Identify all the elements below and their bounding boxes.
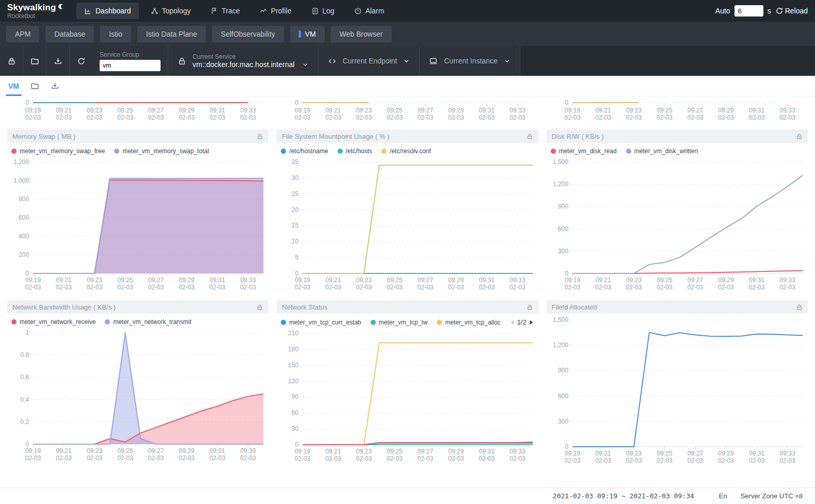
tab-istio[interactable]: Istio	[100, 26, 131, 42]
x-tick-date: 02-03	[295, 114, 311, 121]
legend-item[interactable]: meter_vm_memory_swap_free	[11, 148, 105, 155]
lock-icon[interactable]	[796, 304, 803, 311]
logo[interactable]: Skywalking Rocketbot	[7, 3, 70, 20]
x-tick-date: 02-03	[718, 457, 734, 464]
x-tick-date: 02-03	[295, 284, 311, 291]
x-tick-date: 02-03	[179, 284, 195, 291]
x-tick-date: 02-03	[240, 454, 256, 462]
tab-apm[interactable]: APM	[6, 26, 39, 42]
tab-selfobservability[interactable]: SelfObservability	[212, 26, 284, 42]
folder-button[interactable]	[23, 46, 46, 76]
dashboard-icon	[84, 7, 92, 15]
legend-next-icon[interactable]	[529, 319, 534, 326]
tab-database[interactable]: Database	[45, 26, 94, 42]
nav-item-topology[interactable]: Topology	[143, 3, 199, 19]
series-line	[572, 175, 803, 273]
language-toggle[interactable]: En	[719, 492, 727, 500]
refresh-button[interactable]	[70, 46, 92, 76]
x-tick-label: 09:33	[241, 107, 256, 114]
legend-item[interactable]: meter_vm_disk_written	[626, 148, 698, 155]
x-tick-label: 09:33	[510, 448, 525, 455]
x-tick-label: 09:25	[657, 107, 672, 114]
auto-interval-input[interactable]	[734, 5, 763, 17]
chart-panel: Network Bandwidth Usage ( KB/s )meter_vm…	[7, 300, 268, 466]
legend-item[interactable]: meter_vm_network_transmit	[105, 318, 191, 326]
y-tick-label: 90	[292, 393, 299, 400]
legend-item[interactable]: /etc/hostname	[281, 148, 328, 155]
nav-label: Dashboard	[95, 7, 131, 15]
export-button[interactable]	[46, 46, 69, 76]
y-tick-label: 60	[292, 409, 299, 416]
nav-item-trace[interactable]: Trace	[203, 3, 248, 19]
y-tick-label: 180	[288, 346, 298, 353]
nav-item-alarm[interactable]: Alarm	[346, 3, 392, 19]
legend-item[interactable]: meter_vm_network_receive	[11, 318, 95, 326]
x-tick-date: 02-03	[25, 454, 41, 462]
legend-dot	[105, 319, 110, 324]
chart-title: Filefd Allocated	[552, 303, 597, 311]
nav-item-dashboard[interactable]: Dashboard	[76, 3, 139, 19]
x-tick-label: 09:25	[657, 277, 672, 284]
lock-icon[interactable]	[257, 133, 263, 140]
y-tick-label: 1	[25, 329, 29, 336]
lock-icon[interactable]	[796, 133, 803, 140]
time-range-picker[interactable]: 2021-02-03 09:19 ~ 2021-02-03 09:34	[553, 492, 694, 500]
tab-vm[interactable]: VM	[290, 26, 325, 42]
nav-item-log[interactable]: Log	[303, 3, 342, 19]
legend-item[interactable]: /etc/hosts	[338, 148, 372, 155]
x-tick-label: 09:19	[295, 107, 310, 114]
legend-item[interactable]: meter_vm_memory_swap_total	[114, 148, 209, 155]
tab-web-browser[interactable]: Web Browser	[331, 26, 392, 42]
code-brackets-icon	[328, 57, 337, 66]
legend-label: /etc/hostname	[289, 148, 328, 155]
legend-item[interactable]: meter_vm_tcp_tw	[371, 319, 428, 326]
x-tick-label: 09:21	[326, 448, 341, 455]
export-icon[interactable]	[51, 82, 59, 90]
chart-header: Memory Swap ( MB )	[7, 129, 268, 143]
folder-icon[interactable]	[30, 82, 39, 90]
x-tick-date: 02-03	[595, 284, 611, 291]
y-tick-label: 30	[292, 174, 299, 182]
cutoff-chart-plot: 009:1902-0309:2102-0309:2302-0309:2502-0…	[7, 99, 268, 122]
legend-label: meter_vm_network_transmit	[113, 318, 191, 326]
x-tick-date: 02-03	[25, 284, 41, 291]
x-tick-date: 02-03	[687, 114, 703, 121]
x-tick-date: 02-03	[148, 454, 164, 462]
current-service-select[interactable]: Current Service vm::docker.for.mac.host.…	[168, 46, 318, 76]
x-tick-label: 09:21	[56, 447, 72, 454]
x-tick-label: 09:19	[25, 277, 41, 284]
current-endpoint-select[interactable]: Current Endpoint	[318, 46, 420, 76]
nav-item-profile[interactable]: Profile	[252, 3, 299, 19]
current-instance-select[interactable]: Current Instance	[420, 46, 520, 76]
reload-button[interactable]: Reload	[775, 7, 808, 15]
reload-label: Reload	[785, 7, 808, 15]
lock-icon[interactable]	[526, 304, 533, 311]
legend-prev-icon[interactable]	[510, 319, 515, 326]
x-tick-label: 09:19	[25, 107, 41, 114]
chart-header: Network Bandwidth Usage ( KB/s )	[7, 300, 268, 314]
x-tick-date: 02-03	[479, 455, 495, 462]
y-tick-label: 600	[19, 214, 29, 221]
cutoff-chart-plot: 009:1902-0309:2102-0309:2302-0309:2502-0…	[547, 99, 808, 122]
x-tick-label: 09:27	[688, 277, 703, 284]
x-tick-label: 09:25	[387, 277, 403, 284]
x-tick-date: 02-03	[87, 284, 103, 291]
legend-dot	[371, 320, 376, 325]
active-tab-marker	[299, 30, 301, 38]
legend-item[interactable]: meter_vm_tcp_alloc	[437, 319, 500, 326]
lock-icon[interactable]	[526, 133, 533, 140]
server-zone[interactable]: Server Zone UTC +8	[741, 492, 803, 500]
x-tick-date: 02-03	[449, 284, 465, 291]
page-tab-vm[interactable]: VM	[8, 76, 19, 96]
legend-item[interactable]: meter_vm_disk_read	[551, 148, 617, 155]
main-nav: Dashboard Topology Trace Profile Log Ala…	[76, 3, 392, 19]
lock-toggle-button[interactable]	[0, 46, 23, 76]
legend-item[interactable]: meter_vm_tcp_curr_estab	[281, 319, 361, 326]
service-group-label: Service Group	[100, 51, 161, 58]
x-tick-date: 02-03	[240, 284, 256, 291]
service-group-input[interactable]	[100, 60, 161, 71]
x-tick-label: 09:29	[179, 277, 195, 284]
legend-item[interactable]: /etc/resolv.conf	[381, 148, 431, 155]
lock-icon[interactable]	[257, 304, 263, 311]
tab-istio-data-plane[interactable]: Istio Data Plane	[137, 26, 206, 42]
